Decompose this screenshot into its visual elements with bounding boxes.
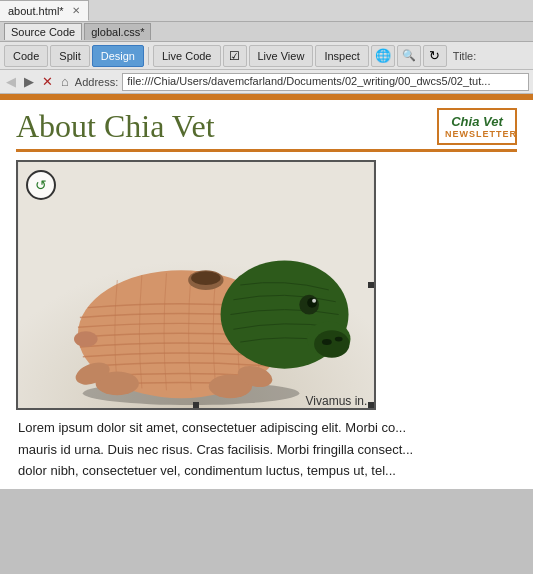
body-text-2: mauris id urna. Duis nec risus. Cras fac… (16, 440, 517, 460)
svg-point-17 (74, 331, 98, 347)
split-button[interactable]: Split (50, 45, 89, 67)
source-code-tab[interactable]: Source Code (4, 23, 82, 40)
live-view-button[interactable]: Live View (249, 45, 314, 67)
refresh-icon: ↻ (429, 48, 440, 63)
page-title: About Chia Vet (16, 108, 215, 145)
code-label: Code (13, 50, 39, 62)
resize-arrows-icon: ↺ (35, 178, 47, 192)
forward-button[interactable]: ▶ (22, 74, 36, 89)
inspect-label: Inspect (324, 50, 359, 62)
svg-point-8 (322, 339, 332, 345)
title-label: Title: (453, 50, 476, 62)
svg-point-9 (335, 337, 343, 342)
global-css-label: global.css* (91, 26, 144, 38)
code-button[interactable]: Code (4, 45, 48, 67)
tab-close-icon[interactable]: ✕ (72, 5, 80, 16)
newsletter-brand: Chia Vet (445, 114, 509, 129)
live-view-label: Live View (258, 50, 305, 62)
global-css-tab[interactable]: global.css* (84, 23, 151, 40)
source-tab-label: Source Code (11, 26, 75, 38)
checkbox-icon-btn[interactable]: ☑ (223, 45, 247, 67)
design-label: Design (101, 50, 135, 62)
inspect-button[interactable]: Inspect (315, 45, 368, 67)
chia-pet-svg (18, 162, 374, 408)
orange-divider (16, 149, 517, 152)
globe-icon-btn[interactable]: 🌐 (371, 45, 395, 67)
svg-point-4 (191, 271, 221, 285)
address-label: Address: (75, 76, 118, 88)
stop-button[interactable]: ✕ (40, 74, 55, 89)
design-button[interactable]: Design (92, 45, 144, 67)
refresh-icon-btn[interactable]: ↻ (423, 45, 447, 67)
address-url: file:///Chia/Users/davemcfarland/Documen… (127, 75, 490, 87)
newsletter-badge: Chia Vet NEWSLETTER (437, 108, 517, 145)
divider-1 (148, 47, 149, 65)
corner-handle-rm[interactable] (368, 282, 374, 288)
address-input[interactable]: file:///Chia/Users/davemcfarland/Documen… (122, 73, 529, 91)
body-text-3: dolor nibh, consectetuer vel, condimentu… (16, 461, 517, 481)
svg-point-12 (312, 299, 316, 303)
search-icon: 🔍 (402, 49, 416, 62)
vivamus-overlay: Vivamus in... (306, 394, 374, 408)
globe-icon: 🌐 (375, 48, 391, 63)
body-text-1: Lorem ipsum dolor sit amet, consectetuer… (16, 418, 517, 438)
tab-bar: about.html* ✕ (0, 0, 533, 22)
toolbar: Code Split Design Live Code ☑ Live View … (0, 42, 533, 70)
page-header: About Chia Vet Chia Vet NEWSLETTER (16, 108, 517, 145)
tab-about-html[interactable]: about.html* ✕ (0, 0, 89, 21)
svg-point-11 (307, 298, 317, 308)
live-code-label: Live Code (162, 50, 212, 62)
image-wrapper: ↺ Vivamus in... (16, 160, 376, 410)
resize-handle[interactable]: ↺ (26, 170, 56, 200)
content-area: About Chia Vet Chia Vet NEWSLETTER (0, 94, 533, 489)
chia-image[interactable]: ↺ (16, 160, 376, 410)
corner-handle-bm[interactable] (193, 402, 199, 408)
checkbox-icon: ☑ (229, 49, 240, 63)
split-label: Split (59, 50, 80, 62)
source-tab-bar: Source Code global.css* (0, 22, 533, 42)
search-icon-btn[interactable]: 🔍 (397, 45, 421, 67)
svg-point-7 (314, 330, 349, 358)
home-button[interactable]: ⌂ (59, 74, 71, 89)
tab-label: about.html* (8, 5, 64, 17)
page-content: About Chia Vet Chia Vet NEWSLETTER (0, 100, 533, 489)
back-button[interactable]: ◀ (4, 74, 18, 89)
live-code-button[interactable]: Live Code (153, 45, 221, 67)
address-bar: ◀ ▶ ✕ ⌂ Address: file:///Chia/Users/dave… (0, 70, 533, 94)
newsletter-sub: NEWSLETTER (445, 129, 509, 139)
